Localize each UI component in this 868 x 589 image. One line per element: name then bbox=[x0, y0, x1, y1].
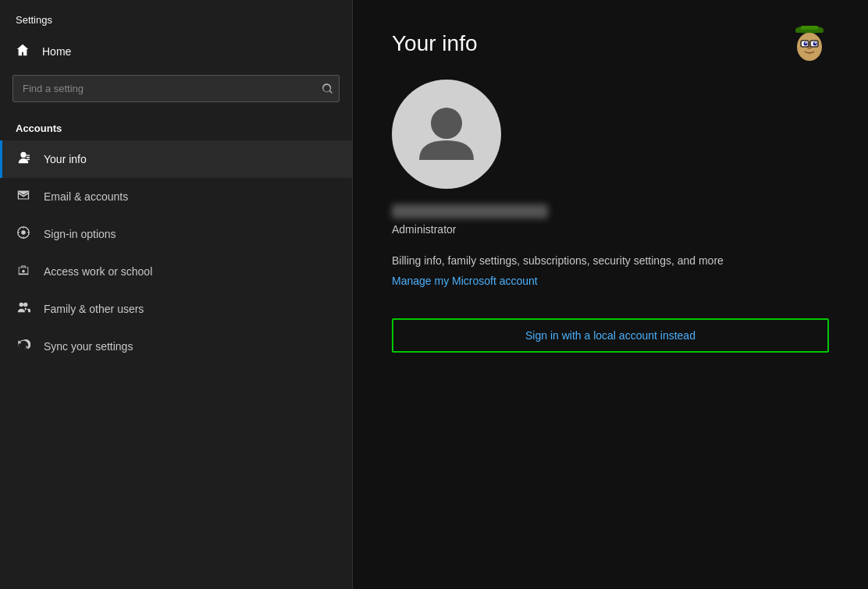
svg-point-4 bbox=[21, 230, 25, 234]
search-button[interactable] bbox=[322, 83, 333, 94]
sidebar-item-your-info[interactable]: Your info bbox=[0, 140, 352, 178]
svg-point-14 bbox=[815, 42, 816, 44]
avatar bbox=[392, 80, 501, 189]
search-box bbox=[12, 75, 340, 102]
family-icon bbox=[16, 300, 31, 318]
sidebar: Settings Home Accounts Your info bbox=[0, 0, 353, 589]
sidebar-item-home[interactable]: Home bbox=[0, 34, 352, 69]
your-info-icon bbox=[16, 151, 31, 168]
user-role: Administrator bbox=[392, 223, 829, 236]
sidebar-item-sign-in-options[interactable]: Sign-in options bbox=[0, 215, 352, 253]
home-label: Home bbox=[42, 45, 71, 58]
search-input[interactable] bbox=[12, 75, 340, 102]
briefcase-icon bbox=[16, 263, 31, 280]
email-accounts-label: Email & accounts bbox=[44, 190, 128, 203]
svg-rect-2 bbox=[27, 159, 30, 160]
svg-point-19 bbox=[431, 108, 462, 139]
sidebar-item-sync-settings[interactable]: Sync your settings bbox=[0, 328, 352, 365]
page-title: Your info bbox=[392, 31, 829, 56]
manage-account-link[interactable]: Manage my Microsoft account bbox=[392, 275, 829, 287]
svg-rect-1 bbox=[27, 157, 30, 158]
section-label: Accounts bbox=[0, 115, 352, 140]
sign-in-options-label: Sign-in options bbox=[44, 228, 116, 240]
svg-rect-0 bbox=[27, 154, 30, 155]
local-account-button[interactable]: Sign in with a local account instead bbox=[392, 318, 829, 353]
home-icon bbox=[16, 43, 30, 59]
app-title: Settings bbox=[0, 0, 352, 34]
main-content: Your info Administrator Billing info, fa… bbox=[353, 0, 868, 589]
svg-rect-7 bbox=[795, 30, 824, 33]
billing-info: Billing info, family settings, subscript… bbox=[392, 254, 829, 267]
email-icon bbox=[16, 188, 31, 205]
family-other-users-label: Family & other users bbox=[44, 303, 144, 315]
access-work-school-label: Access work or school bbox=[44, 265, 152, 278]
avatar-icon bbox=[415, 101, 478, 168]
your-info-label: Your info bbox=[44, 153, 87, 165]
svg-point-13 bbox=[806, 42, 807, 44]
username-blurred bbox=[392, 204, 548, 218]
sidebar-item-family-other-users[interactable]: Family & other users bbox=[0, 290, 352, 328]
sidebar-item-access-work-school[interactable]: Access work or school bbox=[0, 253, 352, 290]
sidebar-item-email-accounts[interactable]: Email & accounts bbox=[0, 178, 352, 215]
mascot bbox=[790, 23, 829, 62]
sign-in-icon bbox=[16, 225, 31, 243]
sync-settings-label: Sync your settings bbox=[44, 340, 133, 353]
sync-icon bbox=[16, 338, 31, 355]
